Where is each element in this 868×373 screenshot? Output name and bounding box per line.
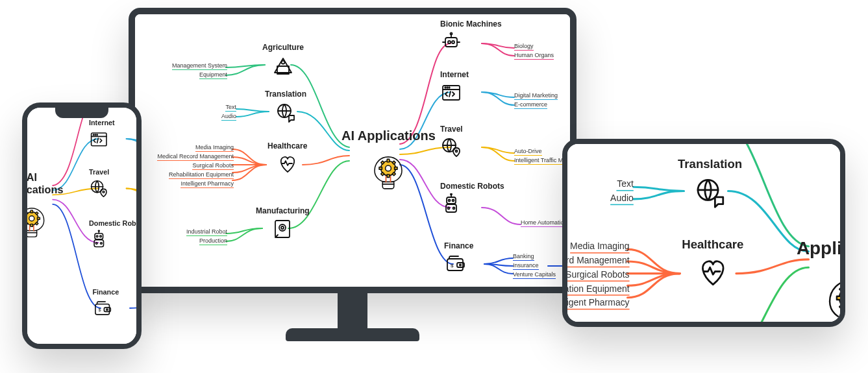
leaf: Media Imaging	[570, 241, 630, 254]
phone-device: AI Applications Internet Travel Domestic…	[22, 102, 142, 349]
leaf: Media Imaging	[195, 144, 234, 152]
leaf: Biology	[514, 43, 534, 51]
wallet-icon	[444, 253, 466, 275]
mindmap-center: AI Applications	[341, 128, 436, 193]
globe-speech-icon	[693, 175, 727, 210]
branch-internet: Internet	[89, 119, 115, 149]
wallet-icon	[92, 299, 112, 319]
leaf: Auto-Drive	[514, 148, 542, 156]
monitor-screen: AI Applications Agriculture Management S…	[135, 14, 570, 287]
globe-pin-icon	[440, 136, 462, 158]
robot-body-icon	[89, 230, 109, 250]
leaf: Surgical Robots	[192, 162, 234, 170]
barn-icon	[272, 54, 294, 77]
leaf: Insurance	[513, 262, 539, 270]
branch-finance: Finance	[92, 288, 119, 319]
leaf: Equipment	[199, 71, 227, 79]
lightbulb-gear-icon	[370, 147, 406, 193]
code-window-icon	[440, 82, 462, 104]
globe-speech-icon	[275, 101, 297, 123]
leaf: Medical Record Management	[567, 256, 630, 268]
leaves-manufacturing: Industrial Robot Production	[169, 228, 227, 245]
branch-label: Internet	[89, 119, 115, 127]
mindmap-title: AI Applications	[797, 217, 840, 259]
branch-healthcare: Healthcare	[267, 141, 307, 175]
leaves-internet: Digital Marketing E-commerce	[514, 92, 558, 109]
robot-head-icon	[440, 31, 462, 53]
branch-domestic-robots: Domestic Robots	[89, 219, 136, 250]
branch-internet: Internet	[440, 70, 469, 104]
leaf: Management System	[172, 62, 227, 70]
leaf: E-commerce	[514, 101, 547, 109]
mindmap-center-phone: AI Applications	[27, 171, 63, 240]
branch-label: Internet	[440, 70, 469, 79]
branch-label: Domestic Robots	[440, 182, 504, 191]
leaf: Intelligent Pharmacy	[567, 298, 630, 310]
lightbulb-gear-icon	[823, 265, 840, 322]
branch-label: Agriculture	[262, 43, 304, 52]
leaf: Rehabilitation Equipment	[169, 171, 234, 179]
branch-label: Translation	[678, 157, 742, 171]
leaf: Rehabilitation Equipment	[567, 283, 630, 296]
leaf: Medical Record Management	[157, 153, 234, 161]
tablet-device: AI Applications Translation Text Audio H…	[562, 139, 845, 327]
branch-label: Healthcare	[267, 141, 307, 150]
globe-pin-icon	[89, 178, 109, 199]
leaves-healthcare: Media Imaging Medical Record Management …	[143, 144, 234, 188]
leaf: Audio	[610, 193, 634, 206]
branch-agriculture: Agriculture	[262, 43, 304, 77]
leaf: Audio	[221, 113, 236, 121]
branch-bionic-machines: Bionic Machines	[440, 19, 502, 53]
branch-label: Translation	[265, 90, 306, 99]
heart-pulse-icon	[695, 256, 730, 290]
leaf: Production	[199, 237, 227, 245]
branch-travel: Travel	[89, 168, 109, 199]
leaf: Text	[617, 179, 634, 191]
branch-label: Healthcare	[682, 237, 743, 252]
branch-translation: Translation	[265, 90, 306, 123]
branch-label: Manufacturing	[256, 206, 310, 215]
mindmap-title: AI Applications	[341, 128, 436, 143]
mindmap-title: AI Applications	[27, 171, 63, 196]
leaves-translation: Text Audio	[197, 104, 236, 121]
branch-manufacturing: Manufacturing	[256, 206, 310, 240]
code-window-icon	[89, 130, 109, 150]
monitor-base	[286, 328, 419, 341]
branch-healthcare: Healthcare	[682, 237, 743, 290]
leaves-domestic: Home Automation	[521, 219, 567, 227]
phone-screen: AI Applications Internet Travel Domestic…	[27, 108, 136, 344]
leaf: Text	[225, 104, 236, 112]
leaves-bionic: Biology Human Organs	[514, 43, 554, 60]
branch-label: Bionic Machines	[440, 19, 502, 29]
branch-finance: Finance	[444, 241, 473, 275]
branch-label: Finance	[444, 241, 473, 250]
leaf: Surgical Robots	[567, 269, 630, 282]
leaf: Intelligent Pharmacy	[180, 180, 234, 188]
branch-domestic-robots: Domestic Robots	[440, 182, 504, 215]
leaf: Industrial Robot	[186, 228, 227, 236]
leaf: Digital Marketing	[514, 92, 558, 100]
leaf: Venture Capitals	[513, 271, 556, 279]
leaf: Banking	[513, 253, 534, 261]
leaves-healthcare: Media Imaging Medical Record Management …	[567, 241, 630, 309]
leaves-finance: Banking Insurance Venture Capitals	[513, 253, 556, 279]
monitor-neck	[338, 293, 367, 332]
branch-label: Travel	[89, 168, 109, 176]
mindmap-center-tablet: AI Applications	[797, 217, 840, 322]
tablet-screen: AI Applications Translation Text Audio H…	[567, 144, 840, 322]
branch-travel: Travel	[440, 125, 463, 158]
monitor-device: AI Applications Agriculture Management S…	[129, 8, 577, 293]
branch-label: Domestic Robots	[89, 219, 136, 228]
heart-pulse-icon	[277, 153, 299, 175]
branch-label: Finance	[92, 288, 119, 296]
branch-translation: Translation	[678, 157, 742, 210]
phone-notch	[55, 108, 108, 118]
leaf: Home Automation	[521, 219, 567, 227]
lightbulb-gear-icon	[27, 200, 48, 241]
leaves-agriculture: Management System Equipment	[155, 62, 227, 79]
gear-doc-icon	[271, 218, 293, 240]
robot-body-icon	[440, 193, 462, 215]
branch-label: Travel	[440, 125, 463, 134]
leaves-translation: Text Audio	[573, 179, 634, 205]
leaf: Human Organs	[514, 52, 554, 60]
